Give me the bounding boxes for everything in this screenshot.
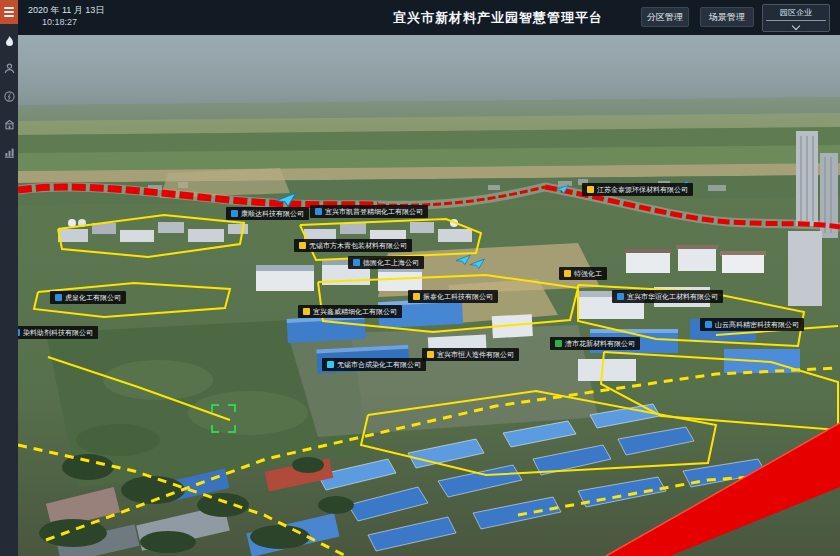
page-title: 宜兴市新材料产业园智慧管理平台 [348,0,648,35]
company-marker-icon [327,361,334,368]
left-sidebar [0,0,18,556]
enterprise-building-icon[interactable] [0,114,18,134]
chevron-down-icon [792,22,800,30]
company-label[interactable]: 虎皇化工有限公司 [50,291,126,304]
app-window: 2020 年 11 月 13日 10:18:27 宜兴市新材料产业园智慧管理平台… [0,0,840,556]
company-label[interactable]: 山云高科精密科技有限公司 [700,318,804,331]
company-marker-icon [353,259,360,266]
person-icon[interactable] [0,58,18,78]
company-label[interactable]: 漕市花新材料有限公司 [550,337,640,350]
company-label-text: 染料助剂科技有限公司 [23,329,93,336]
company-label-text: 漕市花新材料有限公司 [565,340,635,347]
company-marker-icon [564,270,571,277]
company-label[interactable]: 无锡市合成染化工有限公司 [322,358,426,371]
company-label-text: 宜兴鑫威精细化工有限公司 [313,308,397,315]
datetime-display: 2020 年 11 月 13日 10:18:27 [28,4,104,28]
company-marker-icon [587,186,594,193]
menu-icon[interactable] [0,0,18,24]
company-label[interactable]: 振泰化工科技有限公司 [408,290,498,303]
company-label[interactable]: 特强化工 [559,267,607,280]
company-label-text: 江苏金泰源环保材料有限公司 [597,186,688,193]
company-marker-icon [705,321,712,328]
company-label-text: 无锡市合成染化工有限公司 [337,361,421,368]
company-label-text: 山云高科精密科技有限公司 [715,321,799,328]
company-marker-icon [303,308,310,315]
park-enterprise-label: 园区企业 [763,5,829,18]
fire-alarm-icon[interactable] [0,32,18,52]
scene-manage-button[interactable]: 场景管理 [700,7,754,27]
partition-manage-button[interactable]: 分区管理 [641,7,689,27]
company-label-text: 宜兴市凯普登精细化工有限公司 [325,208,423,215]
company-marker-icon [231,210,238,217]
company-label-text: 德固化工上海公司 [363,259,419,266]
current-date: 2020 年 11 月 13日 [28,4,104,16]
company-label-text: 康顺达科技有限公司 [241,210,304,217]
company-label[interactable]: 德固化工上海公司 [348,256,424,269]
company-marker-icon [427,351,434,358]
company-label[interactable]: 宜兴鑫威精细化工有限公司 [298,305,402,318]
company-label[interactable]: 宜兴市凯普登精细化工有限公司 [310,205,428,218]
company-label-text: 特强化工 [574,270,602,277]
company-label[interactable]: 宜兴市华谊化工材料有限公司 [612,290,723,303]
company-label-text: 振泰化工科技有限公司 [423,293,493,300]
company-label[interactable]: 江苏金泰源环保材料有限公司 [582,183,693,196]
map-viewport[interactable]: 康顺达科技有限公司 宜兴市凯普登精细化工有限公司 无锡市方木青包装材料有限公司 … [18,35,840,556]
park-enterprise-dropdown[interactable]: 园区企业 [762,4,830,32]
company-marker-icon [55,294,62,301]
energy-gauge-icon[interactable] [0,86,18,106]
company-label[interactable]: 康顺达科技有限公司 [226,207,309,220]
company-marker-icon [617,293,624,300]
company-marker-icon [299,242,306,249]
top-header: 2020 年 11 月 13日 10:18:27 宜兴市新材料产业园智慧管理平台… [18,0,840,35]
company-marker-icon [413,293,420,300]
company-marker-icon [315,208,322,215]
company-label[interactable]: 宜兴市恒人造件有限公司 [422,348,519,361]
statistics-chart-icon[interactable] [0,142,18,162]
company-marker-icon [555,340,562,347]
company-marker-icon [18,329,20,336]
company-label[interactable]: 无锡市方木青包装材料有限公司 [294,239,412,252]
company-label-text: 宜兴市恒人造件有限公司 [437,351,514,358]
company-label[interactable]: 染料助剂科技有限公司 [18,326,98,339]
company-label-text: 无锡市方木青包装材料有限公司 [309,242,407,249]
company-label-text: 虎皇化工有限公司 [65,294,121,301]
company-label-text: 宜兴市华谊化工材料有限公司 [627,293,718,300]
current-time: 10:18:27 [28,16,104,28]
